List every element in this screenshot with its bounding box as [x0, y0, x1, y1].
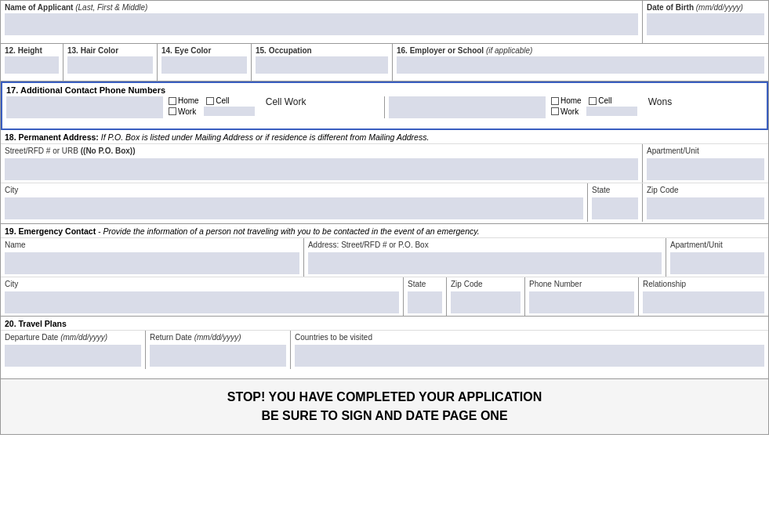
- emergency-fields-2: City State Zip Code Phone Number Relatio…: [1, 277, 768, 316]
- work-label-right: Work: [560, 107, 579, 116]
- wons-label: Wons: [648, 96, 672, 107]
- additional-contact-title: 17. Additional Contact Phone Numbers: [6, 85, 165, 95]
- checkbox-row-home-cell: Home Cell: [169, 96, 255, 105]
- home-label-right: Home: [560, 96, 582, 105]
- emergency-city-label: City: [5, 280, 399, 288]
- work-label-left: Work: [178, 107, 196, 116]
- cell-emergency-apt: Apartment/Unit: [666, 238, 768, 277]
- checkbox-cell-right[interactable]: [589, 97, 597, 105]
- emergency-zip-input[interactable]: [451, 291, 521, 313]
- emergency-zip-label: Zip Code: [451, 280, 521, 288]
- travel-header: 20. Travel Plans: [1, 317, 768, 331]
- countries-input[interactable]: [295, 345, 764, 367]
- checkbox-row-home-cell-right: Home Cell: [551, 96, 637, 105]
- phone-group-left: Home Cell Work Cell Work: [2, 96, 384, 118]
- zip-label: Zip Code: [647, 186, 764, 194]
- countries-label: Countries to be visited: [295, 333, 764, 342]
- name-input[interactable]: [5, 13, 638, 35]
- emergency-state-label: State: [408, 280, 442, 288]
- emergency-city-input[interactable]: [5, 291, 399, 313]
- checkbox-cell-left[interactable]: [206, 97, 214, 105]
- eye-input[interactable]: [161, 56, 247, 74]
- cell-street: Street/RFD # or URB ((No P.O. Box)): [1, 144, 643, 183]
- checkbox-work-left[interactable]: [169, 107, 176, 115]
- cell-label-right: Cell: [598, 96, 611, 105]
- wons-label-area: Wons: [648, 96, 672, 107]
- return-input[interactable]: [150, 345, 286, 367]
- row-additional-contact: 17. Additional Contact Phone Numbers Hom…: [1, 81, 768, 130]
- employer-label: 16. Employer or School (if applicable): [397, 46, 764, 55]
- height-input[interactable]: [5, 56, 59, 74]
- row-name-dob: Name of Applicant (Last, First & Middle)…: [1, 1, 768, 44]
- cell-emergency-zip: Zip Code: [447, 277, 525, 316]
- street-label: Street/RFD # or URB ((No P.O. Box)): [5, 147, 638, 155]
- emergency-phone-input[interactable]: [529, 291, 634, 313]
- cell-emergency-phone: Phone Number: [525, 277, 639, 316]
- cell-hair-color: 13. Hair Color: [63, 44, 158, 81]
- cell-eye-color: 14. Eye Color: [158, 44, 252, 81]
- phone-input-left[interactable]: [6, 96, 163, 118]
- emergency-name-input[interactable]: [5, 252, 299, 274]
- occupation-input[interactable]: [256, 56, 388, 74]
- row-travel-plans: 20. Travel Plans Departure Date (mm/dd/y…: [1, 317, 768, 379]
- employer-input[interactable]: [397, 56, 764, 74]
- emergency-header: 19. Emergency Contact - Provide the info…: [1, 224, 768, 238]
- hair-input[interactable]: [67, 56, 153, 74]
- cell-emergency-relationship: Relationship: [639, 277, 768, 316]
- phone-input-right[interactable]: [389, 96, 546, 118]
- cell-dob: Date of Birth (mm/dd/yyyy): [643, 1, 768, 43]
- emergency-address-label: Address: Street/RFD # or P.O. Box: [308, 241, 662, 249]
- address-fields-1: Street/RFD # or URB ((No P.O. Box)) Apar…: [1, 144, 768, 183]
- dob-label: Date of Birth (mm/dd/yyyy): [647, 3, 764, 12]
- apt-input[interactable]: [647, 158, 764, 180]
- checkbox-row-work-right: Work: [551, 107, 637, 116]
- cell-work-label-area: Cell Work: [266, 96, 307, 107]
- address-header: 18. Permanent Address: If P.O. Box is li…: [1, 130, 768, 144]
- city-label: City: [5, 186, 583, 194]
- cell-emergency-name: Name: [1, 238, 304, 277]
- row-stop-message: STOP! YOU HAVE COMPLETED YOUR APPLICATIO…: [1, 379, 768, 434]
- city-input[interactable]: [5, 197, 583, 219]
- emergency-relationship-label: Relationship: [643, 280, 764, 288]
- form-wrapper: Name of Applicant (Last, First & Middle)…: [0, 0, 769, 435]
- phone-number-right[interactable]: [586, 107, 637, 116]
- cell-city: City: [1, 183, 588, 222]
- cell-countries: Countries to be visited: [291, 331, 768, 369]
- home-label-left: Home: [178, 96, 199, 105]
- cell-zip: Zip Code: [643, 183, 768, 222]
- emergency-apt-input[interactable]: [670, 252, 764, 274]
- street-input[interactable]: [5, 158, 638, 180]
- checkbox-home-left[interactable]: [169, 97, 176, 105]
- emergency-fields-1: Name Address: Street/RFD # or P.O. Box A…: [1, 238, 768, 277]
- travel-fields: Departure Date (mm/dd/yyyy) Return Date …: [1, 331, 768, 369]
- state-input[interactable]: [592, 197, 638, 219]
- dob-input[interactable]: [647, 13, 764, 35]
- departure-input[interactable]: [5, 345, 141, 367]
- emergency-phone-label: Phone Number: [529, 280, 634, 288]
- emergency-relationship-input[interactable]: [643, 291, 764, 313]
- apt-label: Apartment/Unit: [647, 147, 764, 155]
- row-emergency-contact: 19. Emergency Contact - Provide the info…: [1, 224, 768, 317]
- address-fields-2: City State Zip Code: [1, 183, 768, 222]
- emergency-apt-label: Apartment/Unit: [670, 241, 764, 249]
- emergency-address-input[interactable]: [308, 252, 662, 274]
- phone-number-left[interactable]: [204, 107, 255, 116]
- hair-label: 13. Hair Color: [67, 46, 153, 55]
- emergency-name-label: Name: [5, 241, 299, 249]
- checkbox-home-right[interactable]: [551, 97, 559, 105]
- emergency-state-input[interactable]: [408, 291, 442, 313]
- cell-emergency-state: State: [404, 277, 447, 316]
- checkbox-work-right[interactable]: [551, 107, 559, 115]
- eye-label: 14. Eye Color: [161, 46, 247, 55]
- height-label: 12. Height: [5, 46, 59, 55]
- occupation-label: 15. Occupation: [256, 46, 388, 55]
- cell-label-left: Cell: [216, 96, 229, 105]
- state-label: State: [592, 186, 638, 194]
- zip-input[interactable]: [647, 197, 764, 219]
- phone-group-right: Home Cell Work Wons: [385, 96, 767, 118]
- checkbox-row-work: Work: [169, 107, 255, 116]
- phone-checkboxes-right: Home Cell Work: [551, 96, 637, 116]
- cell-occupation: 15. Occupation: [252, 44, 393, 81]
- cell-employer: 16. Employer or School (if applicable): [393, 44, 768, 81]
- phone-checkboxes-left: Home Cell Work: [169, 96, 255, 116]
